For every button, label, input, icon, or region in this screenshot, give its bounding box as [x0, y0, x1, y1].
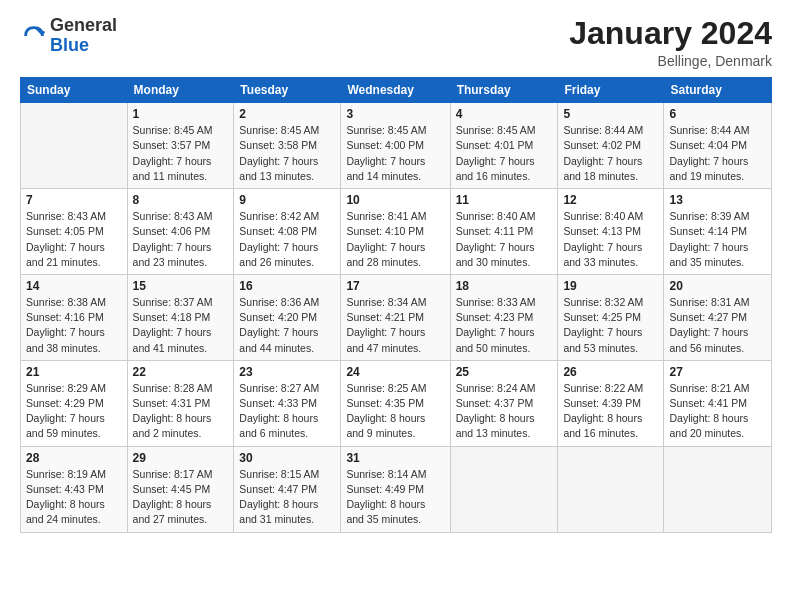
calendar-cell: 6Sunrise: 8:44 AMSunset: 4:04 PMDaylight…: [664, 103, 772, 189]
day-info: Sunrise: 8:44 AMSunset: 4:02 PMDaylight:…: [563, 123, 658, 184]
day-info: Sunrise: 8:41 AMSunset: 4:10 PMDaylight:…: [346, 209, 444, 270]
day-number: 30: [239, 451, 335, 465]
calendar-table: SundayMondayTuesdayWednesdayThursdayFrid…: [20, 77, 772, 532]
week-row-3: 21Sunrise: 8:29 AMSunset: 4:29 PMDayligh…: [21, 360, 772, 446]
day-info: Sunrise: 8:43 AMSunset: 4:06 PMDaylight:…: [133, 209, 229, 270]
day-info: Sunrise: 8:45 AMSunset: 4:01 PMDaylight:…: [456, 123, 553, 184]
day-number: 10: [346, 193, 444, 207]
day-number: 25: [456, 365, 553, 379]
week-row-0: 1Sunrise: 8:45 AMSunset: 3:57 PMDaylight…: [21, 103, 772, 189]
header-row: General Blue January 2024 Bellinge, Denm…: [20, 16, 772, 69]
calendar-cell: [664, 446, 772, 532]
day-number: 22: [133, 365, 229, 379]
day-info: Sunrise: 8:24 AMSunset: 4:37 PMDaylight:…: [456, 381, 553, 442]
calendar-body: 1Sunrise: 8:45 AMSunset: 3:57 PMDaylight…: [21, 103, 772, 532]
weekday-header-tuesday: Tuesday: [234, 78, 341, 103]
logo-blue-text: Blue: [50, 35, 89, 55]
day-info: Sunrise: 8:25 AMSunset: 4:35 PMDaylight:…: [346, 381, 444, 442]
day-number: 15: [133, 279, 229, 293]
calendar-cell: 22Sunrise: 8:28 AMSunset: 4:31 PMDayligh…: [127, 360, 234, 446]
day-number: 2: [239, 107, 335, 121]
calendar-header: SundayMondayTuesdayWednesdayThursdayFrid…: [21, 78, 772, 103]
day-info: Sunrise: 8:17 AMSunset: 4:45 PMDaylight:…: [133, 467, 229, 528]
day-number: 6: [669, 107, 766, 121]
calendar-cell: 26Sunrise: 8:22 AMSunset: 4:39 PMDayligh…: [558, 360, 664, 446]
week-row-4: 28Sunrise: 8:19 AMSunset: 4:43 PMDayligh…: [21, 446, 772, 532]
day-number: 18: [456, 279, 553, 293]
weekday-header-sunday: Sunday: [21, 78, 128, 103]
calendar-cell: 18Sunrise: 8:33 AMSunset: 4:23 PMDayligh…: [450, 274, 558, 360]
weekday-header-monday: Monday: [127, 78, 234, 103]
day-number: 13: [669, 193, 766, 207]
day-info: Sunrise: 8:31 AMSunset: 4:27 PMDaylight:…: [669, 295, 766, 356]
logo-general-text: General: [50, 15, 117, 35]
calendar-cell: 14Sunrise: 8:38 AMSunset: 4:16 PMDayligh…: [21, 274, 128, 360]
calendar-cell: [450, 446, 558, 532]
calendar-cell: 10Sunrise: 8:41 AMSunset: 4:10 PMDayligh…: [341, 189, 450, 275]
day-number: 29: [133, 451, 229, 465]
calendar-cell: 4Sunrise: 8:45 AMSunset: 4:01 PMDaylight…: [450, 103, 558, 189]
day-info: Sunrise: 8:33 AMSunset: 4:23 PMDaylight:…: [456, 295, 553, 356]
day-info: Sunrise: 8:15 AMSunset: 4:47 PMDaylight:…: [239, 467, 335, 528]
day-number: 4: [456, 107, 553, 121]
weekday-header-row: SundayMondayTuesdayWednesdayThursdayFrid…: [21, 78, 772, 103]
day-number: 12: [563, 193, 658, 207]
day-info: Sunrise: 8:22 AMSunset: 4:39 PMDaylight:…: [563, 381, 658, 442]
calendar-cell: [21, 103, 128, 189]
calendar-cell: 8Sunrise: 8:43 AMSunset: 4:06 PMDaylight…: [127, 189, 234, 275]
calendar-cell: 28Sunrise: 8:19 AMSunset: 4:43 PMDayligh…: [21, 446, 128, 532]
day-number: 24: [346, 365, 444, 379]
day-info: Sunrise: 8:40 AMSunset: 4:13 PMDaylight:…: [563, 209, 658, 270]
weekday-header-friday: Friday: [558, 78, 664, 103]
week-row-1: 7Sunrise: 8:43 AMSunset: 4:05 PMDaylight…: [21, 189, 772, 275]
day-info: Sunrise: 8:38 AMSunset: 4:16 PMDaylight:…: [26, 295, 122, 356]
title-block: January 2024 Bellinge, Denmark: [569, 16, 772, 69]
day-number: 21: [26, 365, 122, 379]
calendar-cell: 11Sunrise: 8:40 AMSunset: 4:11 PMDayligh…: [450, 189, 558, 275]
calendar-cell: 15Sunrise: 8:37 AMSunset: 4:18 PMDayligh…: [127, 274, 234, 360]
day-number: 16: [239, 279, 335, 293]
day-number: 19: [563, 279, 658, 293]
day-number: 7: [26, 193, 122, 207]
day-number: 11: [456, 193, 553, 207]
calendar-cell: 27Sunrise: 8:21 AMSunset: 4:41 PMDayligh…: [664, 360, 772, 446]
day-info: Sunrise: 8:45 AMSunset: 3:57 PMDaylight:…: [133, 123, 229, 184]
day-info: Sunrise: 8:44 AMSunset: 4:04 PMDaylight:…: [669, 123, 766, 184]
day-number: 5: [563, 107, 658, 121]
day-info: Sunrise: 8:45 AMSunset: 4:00 PMDaylight:…: [346, 123, 444, 184]
day-number: 14: [26, 279, 122, 293]
day-number: 20: [669, 279, 766, 293]
calendar-cell: 23Sunrise: 8:27 AMSunset: 4:33 PMDayligh…: [234, 360, 341, 446]
weekday-header-wednesday: Wednesday: [341, 78, 450, 103]
day-number: 31: [346, 451, 444, 465]
calendar-cell: 13Sunrise: 8:39 AMSunset: 4:14 PMDayligh…: [664, 189, 772, 275]
day-info: Sunrise: 8:19 AMSunset: 4:43 PMDaylight:…: [26, 467, 122, 528]
day-info: Sunrise: 8:37 AMSunset: 4:18 PMDaylight:…: [133, 295, 229, 356]
day-number: 28: [26, 451, 122, 465]
calendar-cell: 16Sunrise: 8:36 AMSunset: 4:20 PMDayligh…: [234, 274, 341, 360]
day-info: Sunrise: 8:42 AMSunset: 4:08 PMDaylight:…: [239, 209, 335, 270]
day-number: 8: [133, 193, 229, 207]
day-number: 9: [239, 193, 335, 207]
day-info: Sunrise: 8:21 AMSunset: 4:41 PMDaylight:…: [669, 381, 766, 442]
month-title: January 2024: [569, 16, 772, 51]
calendar-cell: 17Sunrise: 8:34 AMSunset: 4:21 PMDayligh…: [341, 274, 450, 360]
calendar-cell: 24Sunrise: 8:25 AMSunset: 4:35 PMDayligh…: [341, 360, 450, 446]
calendar-cell: 2Sunrise: 8:45 AMSunset: 3:58 PMDaylight…: [234, 103, 341, 189]
calendar-cell: 12Sunrise: 8:40 AMSunset: 4:13 PMDayligh…: [558, 189, 664, 275]
calendar-cell: 1Sunrise: 8:45 AMSunset: 3:57 PMDaylight…: [127, 103, 234, 189]
logo-icon: [20, 22, 48, 50]
day-info: Sunrise: 8:34 AMSunset: 4:21 PMDaylight:…: [346, 295, 444, 356]
day-number: 17: [346, 279, 444, 293]
day-number: 1: [133, 107, 229, 121]
calendar-cell: 7Sunrise: 8:43 AMSunset: 4:05 PMDaylight…: [21, 189, 128, 275]
day-info: Sunrise: 8:43 AMSunset: 4:05 PMDaylight:…: [26, 209, 122, 270]
day-info: Sunrise: 8:32 AMSunset: 4:25 PMDaylight:…: [563, 295, 658, 356]
calendar-cell: 20Sunrise: 8:31 AMSunset: 4:27 PMDayligh…: [664, 274, 772, 360]
calendar-cell: 29Sunrise: 8:17 AMSunset: 4:45 PMDayligh…: [127, 446, 234, 532]
weekday-header-thursday: Thursday: [450, 78, 558, 103]
day-info: Sunrise: 8:40 AMSunset: 4:11 PMDaylight:…: [456, 209, 553, 270]
day-info: Sunrise: 8:36 AMSunset: 4:20 PMDaylight:…: [239, 295, 335, 356]
day-info: Sunrise: 8:39 AMSunset: 4:14 PMDaylight:…: [669, 209, 766, 270]
calendar-cell: 3Sunrise: 8:45 AMSunset: 4:00 PMDaylight…: [341, 103, 450, 189]
